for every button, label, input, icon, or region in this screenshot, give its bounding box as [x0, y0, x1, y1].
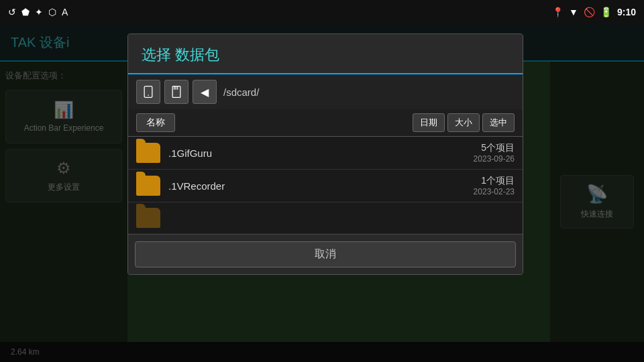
modal-footer: 取消 — [128, 234, 523, 274]
status-bar: ↺ ⬟ ✦ ⬡ A 📍 ▼ 🚫 🔋 9:10 — [0, 0, 644, 24]
camera-off-icon: 🚫 — [584, 7, 595, 17]
status-bar-left: ↺ ⬟ ✦ ⬡ A — [8, 7, 68, 17]
file-list: .1GifGuru 5个项目 2023-09-26 .1VRecorder 1个… — [128, 137, 523, 234]
folder-icon — [136, 143, 160, 163]
tag-icon: ⬡ — [48, 7, 56, 17]
file-date: 2023-02-23 — [474, 187, 515, 196]
cancel-button[interactable]: 取消 — [135, 241, 516, 267]
file-row[interactable]: .1GifGuru 5个项目 2023-09-26 — [128, 137, 523, 170]
file-count: 1个项目 — [474, 175, 515, 187]
device-button[interactable] — [136, 80, 160, 104]
sort-name-button[interactable]: 名称 — [136, 113, 175, 132]
back-button[interactable]: ◀ — [193, 80, 217, 104]
file-name: .1GifGuru — [168, 147, 466, 159]
select-button[interactable]: 选中 — [482, 113, 515, 132]
modal-title: 选择 数据包 — [142, 46, 219, 63]
col-action-buttons: 日期 大小 选中 — [413, 113, 515, 132]
file-row[interactable] — [128, 202, 523, 234]
file-date: 2023-09-26 — [474, 154, 515, 164]
folder-icon — [136, 176, 160, 196]
folder-icon — [136, 208, 160, 228]
sort-date-button[interactable]: 日期 — [413, 113, 445, 132]
modal-toolbar: ◀ /sdcard/ — [128, 74, 523, 109]
sort-size-button[interactable]: 大小 — [447, 113, 480, 132]
file-count: 5个项目 — [474, 142, 515, 154]
file-name: .1VRecorder — [168, 180, 466, 192]
status-bar-right: 📍 ▼ 🚫 🔋 9:10 — [552, 7, 636, 17]
file-meta: 1个项目 2023-02-23 — [474, 175, 515, 196]
path-label: /sdcard/ — [223, 86, 259, 98]
battery-icon: 🔋 — [600, 7, 612, 17]
time-display: 9:10 — [617, 7, 636, 17]
star-icon: ✦ — [35, 7, 43, 17]
file-picker-modal: 选择 数据包 ◀ /sdcard/ 名称 日期 大小 — [127, 34, 523, 275]
file-row[interactable]: .1VRecorder 1个项目 2023-02-23 — [128, 170, 523, 202]
font-icon: A — [62, 7, 68, 17]
file-meta: 5个项目 2023-09-26 — [474, 142, 515, 164]
location-icon: 📍 — [552, 7, 564, 17]
svg-rect-2 — [172, 86, 180, 98]
table-header: 名称 日期 大小 选中 — [128, 109, 523, 137]
bookmark-icon: ⬟ — [21, 7, 30, 17]
col-name: 名称 — [136, 113, 413, 132]
modal-header: 选择 数据包 — [128, 34, 523, 74]
sd-card-button[interactable] — [164, 80, 189, 104]
refresh-icon: ↺ — [8, 7, 16, 17]
wifi-icon: ▼ — [569, 7, 578, 17]
back-icon: ◀ — [201, 86, 209, 99]
